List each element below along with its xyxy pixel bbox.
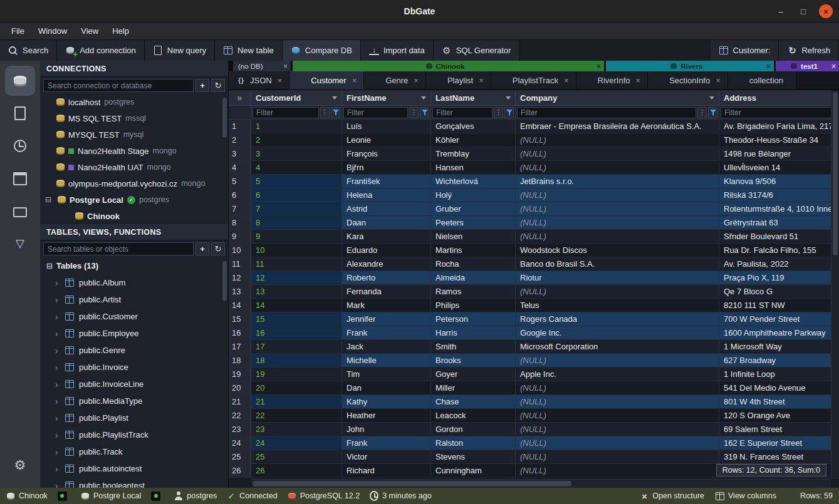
table-row[interactable]: 1 1 Luís Gonçalves Embraer - Empresa Bra… [229, 120, 839, 133]
cell-address[interactable]: Av. Paulista, 2022 [719, 257, 839, 270]
cell-company[interactable]: (NULL) [516, 436, 719, 450]
connections-scrollbar[interactable] [222, 98, 227, 138]
row-number[interactable]: 9 [229, 230, 251, 243]
connection-item[interactable]: ⊟ localhost ✓ postgres [40, 94, 228, 110]
table-row[interactable]: 6 6 Helena Holý (NULL) Rilská 3174/6 [229, 188, 839, 202]
table-row[interactable]: 8 8 Daan Peeters (NULL) Grétrystraat 63 [229, 216, 839, 230]
cell-lastname[interactable]: Harris [431, 326, 516, 339]
cell-lastname[interactable]: Nielsen [431, 230, 516, 243]
file-tab[interactable]: JSON × [229, 71, 289, 90]
cell-customerid[interactable]: 24 [251, 436, 342, 450]
cell-lastname[interactable]: Ramos [431, 285, 516, 298]
status-item[interactable]: Postgre Local [81, 491, 141, 501]
menu-item[interactable]: File [5, 24, 31, 38]
close-icon[interactable]: × [283, 61, 288, 71]
titlebar[interactable]: DbGate – □ × [0, 0, 839, 23]
table-list-item[interactable]: › public.Artist [40, 291, 228, 308]
status-item[interactable] [58, 491, 71, 501]
close-icon[interactable]: × [636, 76, 641, 85]
table-row[interactable]: 11 11 Alexandre Rocha Banco do Brasil S.… [229, 257, 839, 271]
filter-funnel-icon[interactable] [504, 107, 514, 118]
refresh-tables-button[interactable]: ↻ [211, 242, 225, 255]
cell-company[interactable]: (NULL) [516, 423, 719, 436]
status-item[interactable]: Connected [227, 491, 277, 501]
cell-address[interactable]: 1 Infinite Loop [719, 368, 839, 381]
cell-lastname[interactable]: Peterson [431, 312, 516, 326]
table-row[interactable]: 25 25 Victor Stevens (NULL) 319 N. Franc… [229, 450, 839, 464]
cell-customerid[interactable]: 26 [251, 464, 342, 477]
table-list-item[interactable]: › public.autoinctest [40, 460, 228, 477]
table-row[interactable]: 13 13 Fernanda Ramos (NULL) Qe 7 Bloco G [229, 285, 839, 299]
table-list-item[interactable]: › public.Playlist [40, 409, 228, 426]
cell-address[interactable]: Theodor-Heuss-Straße 34 [719, 133, 839, 147]
row-number[interactable]: 24 [229, 436, 251, 450]
table-row[interactable]: 12 12 Roberto Almeida Riotur Praça Pio X… [229, 271, 839, 285]
cell-company[interactable]: Apple Inc. [516, 368, 719, 381]
cell-lastname[interactable]: Tremblay [431, 147, 516, 160]
cell-customerid[interactable]: 9 [251, 230, 342, 243]
table-list-item[interactable]: › public.Invoice [40, 359, 228, 376]
column-header[interactable]: FirstName [342, 90, 431, 105]
cell-lastname[interactable]: Brooks [431, 354, 516, 367]
connection-item[interactable]: ⊟ MYSQL TEST ✓ mysql [40, 126, 228, 143]
row-number[interactable]: 14 [229, 299, 251, 312]
table-list-item[interactable]: › public.InvoiceLine [40, 376, 228, 393]
close-icon[interactable]: × [716, 76, 721, 85]
filter-funnel-icon[interactable] [708, 107, 717, 118]
connection-item[interactable]: ⊟ Nano2Health Stage ✓ mongo [40, 143, 228, 159]
cell-customerid[interactable]: 16 [251, 326, 342, 339]
cell-address[interactable]: Klanova 9/506 [719, 175, 839, 188]
table-list-item[interactable]: › public.Genre [40, 342, 228, 359]
cell-customerid[interactable]: 18 [251, 354, 342, 367]
menu-item[interactable]: Window [32, 24, 73, 38]
cell-firstname[interactable]: Tim [342, 368, 431, 381]
cell-firstname[interactable]: Heather [342, 409, 431, 422]
collapse-icon[interactable]: ⊟ [45, 195, 54, 204]
sidebar-widget-button[interactable] [5, 196, 35, 226]
row-number[interactable]: 20 [229, 381, 251, 394]
cell-firstname[interactable]: Dan [342, 381, 431, 394]
expand-all-button[interactable]: » [229, 90, 251, 105]
cell-customerid[interactable]: 22 [251, 409, 342, 422]
row-number[interactable]: 11 [229, 257, 251, 270]
filter-input[interactable] [432, 107, 492, 118]
cell-firstname[interactable]: Frank [342, 326, 431, 339]
cell-company[interactable]: (NULL) [516, 147, 719, 160]
toolbar-button[interactable]: New table [215, 40, 283, 61]
column-header[interactable]: Address [719, 90, 839, 105]
chevron-right-icon[interactable]: › [55, 379, 60, 389]
cell-lastname[interactable]: Gruber [431, 202, 516, 215]
cell-firstname[interactable]: Mark [342, 299, 431, 312]
cell-company[interactable]: (NULL) [516, 133, 719, 147]
cell-customerid[interactable]: 13 [251, 285, 342, 298]
table-list-item[interactable]: › public.PlaylistTrack [40, 426, 228, 443]
cell-address[interactable]: Av. Brigadeiro Faria Lima, 2170 [719, 120, 839, 133]
horizontal-scrollbar[interactable] [251, 479, 831, 488]
cell-company[interactable]: (NULL) [516, 202, 719, 215]
cell-firstname[interactable]: John [342, 423, 431, 436]
row-number[interactable]: 13 [229, 285, 251, 298]
row-number[interactable]: 15 [229, 312, 251, 326]
cell-lastname[interactable]: Goyer [431, 368, 516, 381]
cell-firstname[interactable]: Astrid [342, 202, 431, 215]
file-tab[interactable]: SectionInfo × [648, 71, 728, 90]
status-item[interactable] [151, 491, 164, 501]
filter-menu-icon[interactable]: ⋮ [494, 107, 503, 118]
cell-company[interactable]: (NULL) [516, 354, 719, 367]
filter-input[interactable] [253, 107, 319, 118]
cell-lastname[interactable]: Rocha [431, 257, 516, 270]
cell-firstname[interactable]: Victor [342, 450, 431, 463]
cell-lastname[interactable]: Wichterlová [431, 175, 516, 188]
cell-customerid[interactable]: 4 [251, 161, 342, 174]
cell-address[interactable]: 8210 111 ST NW [719, 299, 839, 312]
cell-company[interactable]: Woodstock Discos [516, 244, 719, 257]
cell-lastname[interactable]: Holý [431, 188, 516, 202]
maximize-button[interactable]: □ [796, 4, 810, 18]
chevron-right-icon[interactable]: › [55, 295, 60, 305]
cell-firstname[interactable]: Kathy [342, 395, 431, 408]
column-header[interactable]: CustomerId [251, 90, 342, 105]
cell-address[interactable]: Rilská 3174/6 [719, 188, 839, 202]
row-number[interactable]: 4 [229, 161, 251, 174]
cell-company[interactable]: (NULL) [516, 464, 719, 477]
table-row[interactable]: 14 14 Mark Philips Telus 8210 111 ST NW [229, 299, 839, 312]
